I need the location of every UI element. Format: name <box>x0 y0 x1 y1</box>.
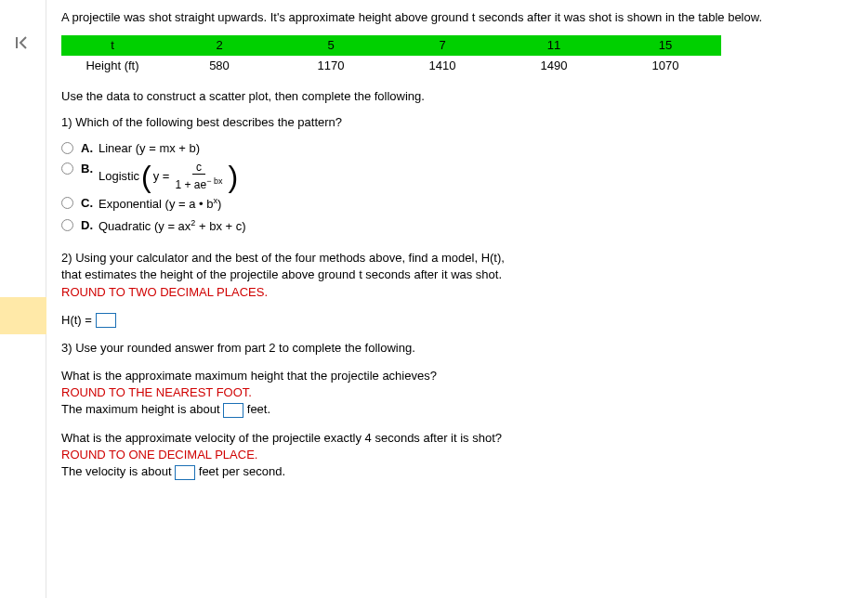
denominator: 1 + ae− bx <box>171 175 226 191</box>
option-letter: C. <box>81 195 93 212</box>
exp-post: ) <box>217 197 221 211</box>
question-content: A projectile was shot straight upwards. … <box>61 9 851 480</box>
option-text: Logistic ( y = c 1 + ae− bx ) <box>99 161 238 191</box>
ht-input[interactable] <box>96 313 116 328</box>
max-post: feet. <box>247 402 270 416</box>
q3-intro: 3) Use your rounded answer from part 2 t… <box>61 340 851 357</box>
height-label: Height (ft) <box>61 56 164 76</box>
fraction: c 1 + ae− bx <box>171 161 226 191</box>
velocity-input[interactable] <box>175 465 195 480</box>
option-text: Linear (y = mx + b) <box>99 140 200 157</box>
vel-post: feet per second. <box>199 464 285 478</box>
numerator: c <box>192 161 205 175</box>
q1-instruction: Use the data to construct a scatter plot… <box>61 88 851 105</box>
quad-post: + bx + c) <box>195 219 245 233</box>
max-height-input[interactable] <box>223 403 243 418</box>
exp-pre: Exponential (y = a • b <box>99 197 213 211</box>
q3-max-q: What is the approximate maximum height t… <box>61 368 851 384</box>
table-cell: 1170 <box>275 56 387 76</box>
option-text: Exponential (y = a • bx) <box>99 195 221 214</box>
radio-icon <box>61 197 73 209</box>
intro-text: A projectile was shot straight upwards. … <box>61 9 851 26</box>
option-text: Quadratic (y = ax2 + bx + c) <box>99 217 246 236</box>
collapse-sidebar-button[interactable] <box>9 30 35 56</box>
highlight-tab[interactable] <box>0 297 46 334</box>
table-cell: 1070 <box>610 56 721 76</box>
table-cell: 1410 <box>387 56 498 76</box>
ht-row: H(t) = <box>61 312 851 329</box>
t-label: t <box>61 35 164 56</box>
q2-round: ROUND TO TWO DECIMAL PLACES. <box>61 284 851 301</box>
quad-pre: Quadratic (y = ax <box>99 219 191 233</box>
radio-icon <box>61 142 73 154</box>
option-d[interactable]: D. Quadratic (y = ax2 + bx + c) <box>61 217 851 236</box>
vel-pre: The velocity is about <box>61 464 172 478</box>
left-paren: ( <box>141 162 151 191</box>
table-cell: 1490 <box>498 56 610 76</box>
option-letter: D. <box>81 217 93 234</box>
table-cell: 11 <box>498 35 610 56</box>
left-rail <box>0 0 46 598</box>
table-cell: 2 <box>164 35 275 56</box>
right-paren: ) <box>228 162 238 191</box>
option-b[interactable]: B. Logistic ( y = c 1 + ae− bx ) <box>61 161 851 191</box>
q1-prompt: 1) Which of the following best describes… <box>61 114 851 131</box>
y-equals: y = <box>153 168 170 185</box>
radio-icon <box>61 162 73 175</box>
option-letter: B. <box>81 161 93 177</box>
den-exp: − bx <box>206 176 222 186</box>
table-cell: 580 <box>164 56 275 76</box>
den-base: 1 + ae <box>175 178 206 191</box>
ht-label: H(t) = <box>61 313 92 327</box>
q3-vel-answer: The velocity is about feet per second. <box>61 463 851 480</box>
option-c[interactable]: C. Exponential (y = a • bx) <box>61 195 851 214</box>
q3-vel-round: ROUND TO ONE DECIMAL PLACE. <box>61 447 851 463</box>
logistic-label: Logistic <box>99 168 139 185</box>
q2-line2: that estimates the height of the project… <box>61 266 851 283</box>
q3-vel-q: What is the approximate velocity of the … <box>61 430 851 447</box>
table-cell: 7 <box>387 35 498 56</box>
option-letter: A. <box>81 140 93 157</box>
table-row: t 2 5 7 11 15 <box>61 35 721 56</box>
q2-line1: 2) Using your calculator and the best of… <box>61 250 851 266</box>
option-a[interactable]: A. Linear (y = mx + b) <box>61 140 851 157</box>
radio-icon <box>61 219 73 231</box>
q3-max-round: ROUND TO THE NEAREST FOOT. <box>61 384 851 401</box>
table-cell: 5 <box>275 35 387 56</box>
table-row: Height (ft) 580 1170 1410 1490 1070 <box>61 56 721 76</box>
q3-max-answer: The maximum height is about feet. <box>61 401 851 418</box>
max-pre: The maximum height is about <box>61 402 220 416</box>
collapse-icon <box>13 33 32 52</box>
table-cell: 15 <box>610 35 721 56</box>
data-table: t 2 5 7 11 15 Height (ft) 580 1170 1410 … <box>61 35 721 76</box>
